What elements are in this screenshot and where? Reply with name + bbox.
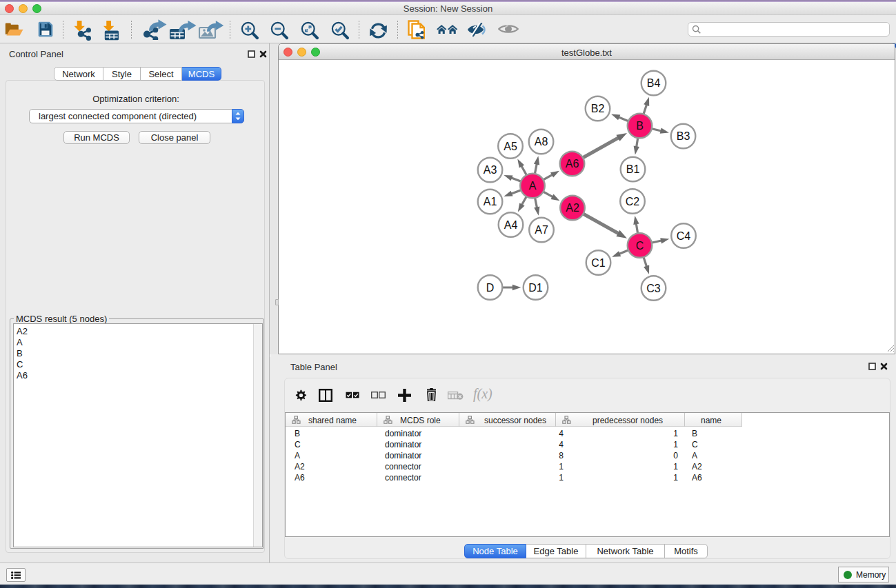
svg-text:A8: A8	[535, 136, 548, 148]
svg-text:C3: C3	[646, 283, 661, 294]
svg-text:C2: C2	[626, 196, 640, 207]
svg-text:A6: A6	[566, 158, 579, 170]
svg-text:A2: A2	[566, 202, 579, 214]
svg-text:D: D	[486, 282, 495, 294]
svg-text:A5: A5	[504, 141, 517, 152]
svg-text:A3: A3	[484, 164, 497, 176]
svg-text:A7: A7	[535, 224, 548, 236]
svg-text:C4: C4	[677, 230, 691, 242]
svg-text:A4: A4	[504, 219, 518, 231]
svg-text:B3: B3	[677, 130, 690, 142]
svg-text:B1: B1	[626, 163, 640, 175]
svg-text:C1: C1	[591, 257, 606, 269]
svg-text:C: C	[636, 240, 644, 252]
svg-text:B: B	[636, 120, 644, 132]
svg-text:D1: D1	[528, 282, 543, 294]
svg-text:B4: B4	[647, 77, 661, 89]
svg-text:A: A	[529, 180, 537, 192]
svg-text:B2: B2	[591, 103, 605, 114]
svg-text:A1: A1	[484, 196, 497, 207]
